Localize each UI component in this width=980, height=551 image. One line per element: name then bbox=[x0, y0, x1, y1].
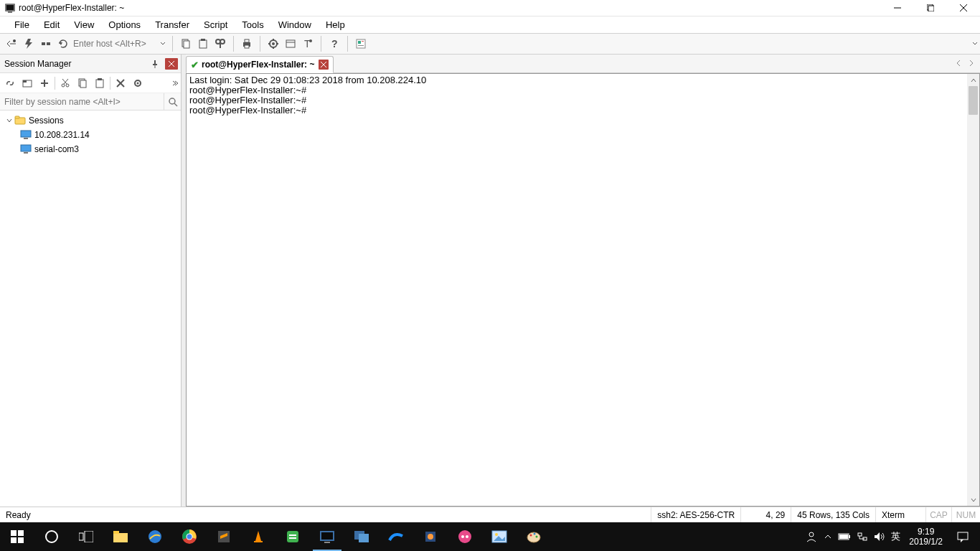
tray-network-icon[interactable] bbox=[854, 522, 871, 551]
print-icon[interactable] bbox=[238, 35, 255, 52]
reconnect-icon[interactable] bbox=[55, 35, 72, 52]
cut-icon[interactable] bbox=[57, 75, 74, 92]
disconnect-icon[interactable] bbox=[37, 35, 55, 52]
menu-tools[interactable]: Tools bbox=[235, 17, 270, 32]
tree-item-0[interactable]: 10.208.231.14 bbox=[0, 128, 181, 142]
copy-icon[interactable] bbox=[177, 35, 194, 52]
terminal-tab[interactable]: ✔ root@HyperFlex-Installer: ~ bbox=[186, 56, 334, 73]
delete-icon[interactable] bbox=[112, 75, 129, 92]
help-icon[interactable]: ? bbox=[326, 35, 343, 52]
tray-clock[interactable]: 9:19 2019/1/2 bbox=[903, 527, 948, 547]
copy-session-icon[interactable] bbox=[74, 75, 91, 92]
search-icon[interactable] bbox=[164, 93, 181, 110]
tray-ime[interactable]: 英 bbox=[888, 522, 903, 551]
options-icon[interactable] bbox=[265, 35, 282, 52]
svg-rect-20 bbox=[243, 42, 250, 47]
tray-people-icon[interactable] bbox=[802, 522, 821, 551]
find-icon[interactable] bbox=[212, 35, 229, 52]
task-view-button[interactable] bbox=[69, 522, 103, 551]
svg-marker-9 bbox=[25, 39, 32, 49]
session-options-icon[interactable] bbox=[282, 35, 299, 52]
action-center-button[interactable] bbox=[948, 530, 977, 543]
settings-icon[interactable] bbox=[129, 75, 146, 92]
folder-icon bbox=[14, 115, 26, 126]
svg-rect-85 bbox=[254, 541, 263, 542]
cortana-button[interactable] bbox=[34, 522, 69, 551]
menu-script[interactable]: Script bbox=[197, 17, 235, 32]
panel-toolbar-overflow[interactable] bbox=[171, 77, 179, 89]
svg-rect-37 bbox=[358, 45, 364, 46]
start-button[interactable] bbox=[0, 522, 34, 551]
panel-close-button[interactable] bbox=[165, 58, 178, 70]
quick-connect-icon[interactable] bbox=[20, 35, 37, 52]
taskbar-chrome[interactable] bbox=[172, 522, 207, 551]
host-input[interactable] bbox=[72, 36, 158, 52]
svg-rect-66 bbox=[24, 152, 28, 154]
taskbar-ie[interactable] bbox=[138, 522, 172, 551]
new-session-icon[interactable] bbox=[36, 75, 53, 92]
tab-prev-button[interactable] bbox=[953, 57, 964, 69]
tab-next-button[interactable] bbox=[966, 57, 977, 69]
link-icon[interactable] bbox=[1, 75, 19, 92]
maximize-button[interactable] bbox=[914, 0, 947, 17]
terminal-scrollbar[interactable] bbox=[967, 74, 979, 506]
terminal-output[interactable]: Last login: Sat Dec 29 01:08:23 2018 fro… bbox=[187, 74, 979, 117]
svg-rect-65 bbox=[21, 145, 31, 151]
terminal-line: Last login: Sat Dec 29 01:08:23 2018 fro… bbox=[189, 75, 426, 85]
status-size: 45 Rows, 135 Cols bbox=[791, 507, 875, 522]
tray-up-icon[interactable] bbox=[821, 522, 835, 551]
tray-volume-icon[interactable] bbox=[871, 522, 888, 551]
svg-rect-77 bbox=[113, 531, 119, 534]
toolbar-overflow-left[interactable] bbox=[158, 34, 168, 54]
pin-icon[interactable] bbox=[148, 57, 162, 71]
taskbar-vmware[interactable] bbox=[344, 522, 379, 551]
taskbar-wireshark[interactable] bbox=[379, 522, 413, 551]
menu-file[interactable]: File bbox=[7, 17, 37, 32]
scroll-down-icon[interactable] bbox=[967, 494, 979, 506]
taskbar-sublime[interactable] bbox=[207, 522, 241, 551]
taskbar-app-green[interactable] bbox=[275, 522, 310, 551]
taskbar-photos[interactable] bbox=[482, 522, 517, 551]
taskbar-explorer[interactable] bbox=[103, 522, 138, 551]
menu-help[interactable]: Help bbox=[319, 17, 352, 32]
taskbar-vlc[interactable] bbox=[241, 522, 275, 551]
paste-icon[interactable] bbox=[194, 35, 212, 52]
taskbar-paint[interactable] bbox=[517, 522, 551, 551]
new-tab-icon[interactable] bbox=[19, 75, 36, 92]
close-button[interactable] bbox=[947, 0, 980, 17]
scroll-thumb[interactable] bbox=[969, 86, 978, 115]
minimize-button[interactable] bbox=[881, 0, 914, 17]
scroll-up-icon[interactable] bbox=[967, 74, 979, 86]
tray-battery-icon[interactable] bbox=[835, 522, 854, 551]
svg-rect-76 bbox=[113, 533, 128, 542]
taskbar-securecrt[interactable] bbox=[310, 522, 344, 551]
paste-session-icon[interactable] bbox=[91, 75, 108, 92]
svg-rect-5 bbox=[928, 6, 934, 11]
taskbar-app-pink[interactable] bbox=[448, 522, 482, 551]
menu-window[interactable]: Window bbox=[271, 17, 319, 32]
menu-options[interactable]: Options bbox=[101, 17, 148, 32]
taskbar-virtualbox[interactable] bbox=[413, 522, 448, 551]
svg-rect-43 bbox=[23, 80, 32, 87]
menu-edit[interactable]: Edit bbox=[37, 17, 67, 32]
svg-point-59 bbox=[169, 98, 175, 104]
menu-transfer[interactable]: Transfer bbox=[148, 17, 197, 32]
svg-rect-54 bbox=[98, 78, 102, 80]
caret-down-icon bbox=[4, 117, 14, 124]
tree-root-sessions[interactable]: Sessions bbox=[0, 113, 181, 128]
menu-view[interactable]: View bbox=[67, 17, 101, 32]
tab-close-button[interactable] bbox=[319, 60, 329, 70]
svg-point-73 bbox=[46, 531, 57, 542]
connect-icon[interactable] bbox=[3, 35, 20, 52]
session-filter-input[interactable] bbox=[0, 97, 164, 107]
svg-point-17 bbox=[216, 39, 220, 44]
main-toolbar: T ? bbox=[0, 33, 980, 55]
script-icon[interactable] bbox=[352, 35, 369, 52]
svg-rect-1 bbox=[6, 5, 14, 10]
connected-check-icon: ✔ bbox=[191, 60, 199, 70]
svg-rect-64 bbox=[24, 138, 28, 139]
tree-item-1[interactable]: serial-com3 bbox=[0, 142, 181, 156]
toolbar-overflow-right[interactable] bbox=[970, 34, 980, 54]
svg-point-32 bbox=[309, 39, 312, 42]
keyword-icon[interactable]: T bbox=[299, 35, 316, 52]
